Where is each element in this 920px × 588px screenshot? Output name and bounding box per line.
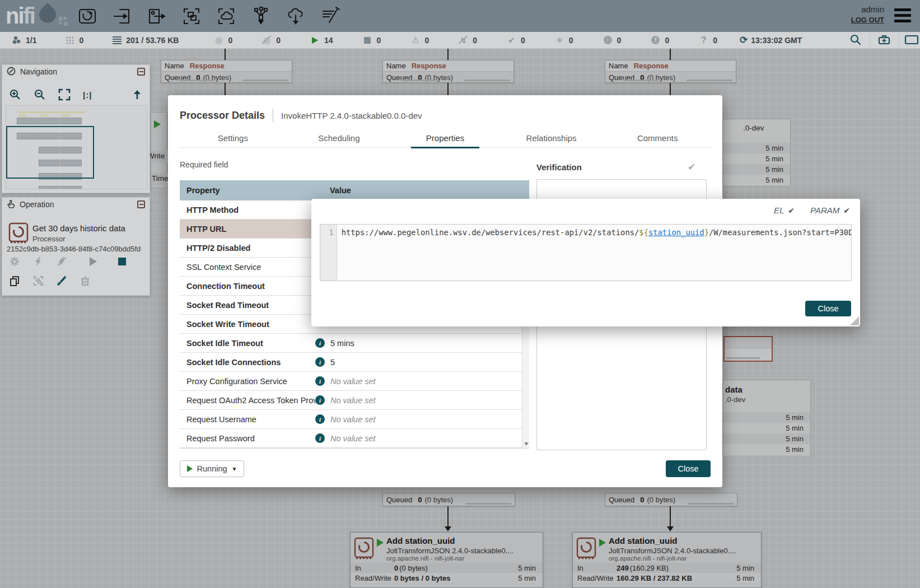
connection-label[interactable]: NameResponse Queued0(0 bytes)	[382, 60, 514, 83]
processor-bundle: org.apache.nifi - nifi-jolt-nar	[609, 555, 687, 562]
el-supported-badge: EL✔	[774, 206, 795, 215]
connection-name: Response	[190, 62, 225, 70]
connection-label[interactable]: Queued0(0 bytes)	[382, 493, 515, 506]
stat-time: 5 min	[723, 143, 790, 153]
value-editor[interactable]: 1 https://www.pegelonline.wsv.de/webserv…	[320, 224, 852, 281]
parameter-reference[interactable]: station_uuid	[648, 228, 704, 237]
logo-text: nifi	[6, 3, 35, 29]
color-brush-icon[interactable]	[56, 275, 67, 286]
processor-fragment[interactable]: Write Time	[150, 112, 167, 188]
stat-count: 0	[394, 564, 398, 572]
minimap-viewport[interactable]	[6, 126, 94, 179]
connection-name-label: Name	[609, 62, 628, 70]
settings-icon[interactable]	[875, 34, 894, 48]
chevron-down-icon: ▼	[232, 466, 237, 472]
stat-label: In	[577, 564, 617, 572]
properties-table-header: Property Value	[180, 180, 529, 200]
value-editor-popup: EL✔ PARAM✔ 1 https://www.pegelonline.wsv…	[311, 199, 860, 326]
scroll-down-icon[interactable]	[524, 442, 529, 446]
logout-link[interactable]: LOG OUT	[851, 16, 884, 24]
collapse-operation-button[interactable]	[137, 200, 145, 208]
label-icon[interactable]	[320, 6, 340, 26]
stat-time: 5 min	[723, 164, 790, 175]
processor-add-station-uuid[interactable]: Add station_uuid JoltTransformJSON 2.4.0…	[350, 532, 543, 588]
navigation-title: Navigation	[20, 67, 57, 76]
zoom-in-icon[interactable]	[9, 88, 21, 101]
status-cluster: 1/1	[11, 35, 36, 45]
queued-bar	[687, 80, 732, 81]
app-header: nifi	[0, 0, 920, 32]
stat-time: 5 min	[723, 175, 790, 185]
process-group-icon[interactable]	[181, 6, 202, 26]
value-text[interactable]: https://www.pegelonline.wsv.de/webservic…	[337, 225, 851, 281]
info-icon: i	[315, 357, 325, 367]
running-icon	[377, 539, 384, 547]
property-row[interactable]: Proxy Configuration ServiceiNo value set	[180, 372, 529, 391]
queued-bar	[623, 80, 659, 81]
connection-line[interactable]	[447, 506, 449, 526]
leave-group-icon[interactable]	[132, 89, 143, 100]
disable-icon[interactable]	[56, 256, 67, 267]
processor-add-station-uuid[interactable]: Add station_uuid JoltTransformJSON 2.4.0…	[572, 532, 762, 588]
tab-scheduling[interactable]: Scheduling	[286, 129, 393, 147]
connection-line[interactable]	[670, 506, 671, 526]
tab-comments[interactable]: Comments	[604, 129, 711, 147]
connection-label[interactable]: NameResponse Queued0(0 bytes)	[161, 60, 292, 83]
processor-fragment[interactable]: .0-dev 5 min 5 min 5 min 5 min	[722, 119, 791, 186]
processor-type-fragment: .0-dev	[725, 395, 745, 404]
enable-icon[interactable]	[32, 256, 44, 267]
birdseye-minimap[interactable]	[6, 105, 147, 189]
zoom-fit-icon[interactable]	[58, 88, 71, 101]
processor-icon[interactable]	[77, 6, 97, 26]
property-row[interactable]: Socket Idle Timeouti5 mins	[180, 334, 529, 353]
status-locally-modified-stale: ! 0	[650, 35, 669, 45]
cloud-download-icon[interactable]	[286, 6, 306, 26]
tab-relationships[interactable]: Relationships	[498, 129, 605, 147]
property-row[interactable]: Request UsernameiNo value set	[180, 410, 529, 429]
refresh-icon[interactable]: ⟳	[740, 34, 748, 46]
run-state-button[interactable]: Running ▼	[180, 460, 244, 477]
property-row[interactable]: Socket Idle Connectionsi5	[180, 353, 529, 372]
property-row[interactable]: Request OAuth2 Access Token Prov...iNo v…	[180, 391, 529, 410]
configure-icon[interactable]	[9, 256, 20, 267]
zoom-actual-icon[interactable]: |:|	[83, 90, 92, 100]
run-state-label: Running	[197, 464, 227, 473]
group-icon[interactable]	[32, 275, 44, 286]
connection-label[interactable]: NameResponse Queued0(0 bytes)	[605, 60, 736, 83]
stat-value: 160.29 KB / 237.82 KB	[617, 574, 692, 582]
droplet-pixels	[59, 17, 68, 26]
tab-properties[interactable]: Properties	[392, 129, 498, 147]
component-toolbar	[77, 6, 340, 26]
status-refresh[interactable]: ⟳ 13:33:02 GMT	[740, 34, 802, 46]
resize-grip[interactable]	[850, 316, 859, 325]
search-icon[interactable]	[846, 34, 865, 48]
start-icon[interactable]	[87, 256, 99, 267]
stop-icon[interactable]	[116, 256, 128, 267]
selected-processor-fragment[interactable]	[723, 336, 773, 362]
dialog-close-button[interactable]: Close	[666, 460, 711, 477]
running-icon	[310, 35, 320, 45]
collapse-navigation-button[interactable]	[137, 68, 145, 76]
funnel-icon[interactable]	[251, 6, 271, 26]
processor-type: JoltTransformJSON 2.4.0-stackable0....	[386, 547, 513, 555]
tab-settings[interactable]: Settings	[180, 129, 286, 147]
processor-fragment[interactable]: data .0-dev 5 min 5 min 5 min 5 min	[722, 380, 811, 456]
processor-name-fragment: data	[725, 385, 742, 394]
remote-process-group-icon[interactable]	[216, 6, 236, 26]
processor-name: Add station_uuid	[609, 536, 678, 545]
connection-label[interactable]: Queued0(0 bytes)	[605, 493, 737, 506]
verification-check-icon[interactable]: ✔	[688, 161, 695, 173]
delete-icon[interactable]	[80, 275, 91, 286]
output-port-icon[interactable]	[147, 6, 167, 26]
info-icon: i	[315, 338, 325, 348]
zoom-out-icon[interactable]	[34, 88, 46, 101]
stat-time: 5 min	[736, 564, 754, 572]
global-menu-icon[interactable]	[894, 8, 911, 22]
editor-close-button[interactable]: Close	[805, 301, 851, 316]
stat-time: 5 min	[736, 574, 754, 582]
copy-icon[interactable]	[9, 275, 20, 286]
property-row[interactable]: Request PasswordiNo value set	[180, 429, 529, 448]
input-port-icon[interactable]	[112, 6, 132, 26]
nifi-droplet-icon	[36, 2, 59, 26]
clipped-icon[interactable]	[903, 34, 920, 48]
